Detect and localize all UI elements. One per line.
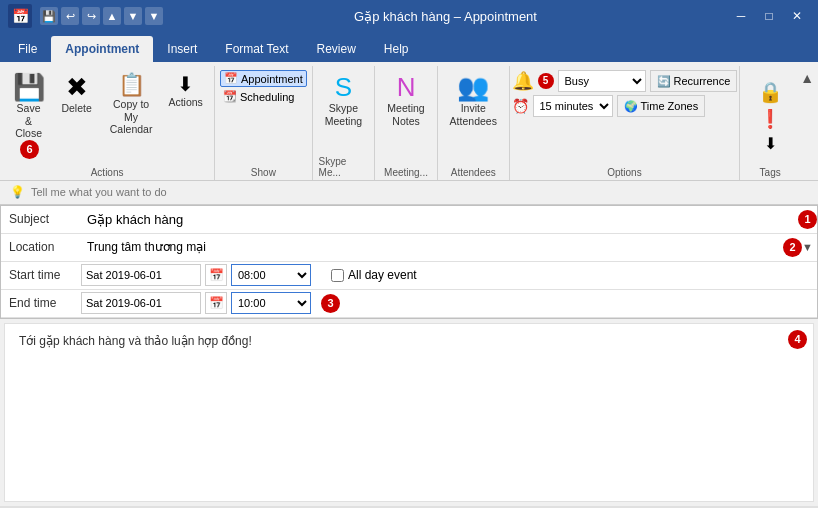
tab-format-text[interactable]: Format Text	[211, 36, 302, 62]
subject-input[interactable]	[81, 208, 796, 231]
tab-help[interactable]: Help	[370, 36, 423, 62]
recurrence-label: Recurrence	[674, 75, 731, 87]
skype-group-label: Skype Me...	[319, 154, 369, 180]
tags-group-label: Tags	[760, 165, 781, 180]
timezones-button[interactable]: 🌍 Time Zones	[617, 95, 706, 117]
undo-qa-button[interactable]: ↩	[61, 7, 79, 25]
timezones-label: Time Zones	[641, 100, 699, 112]
appointment-show-label: Appointment	[241, 73, 303, 85]
attendees-content: 👥 InviteAttendees	[442, 66, 505, 165]
end-time-select[interactable]: 10:00	[231, 292, 311, 314]
tab-file[interactable]: File	[4, 36, 51, 62]
options-row2: ⏰ 15 minutes None 5 minutes 10 minutes 3…	[512, 95, 706, 117]
subject-label: Subject	[1, 208, 81, 230]
ribbon-collapse[interactable]: ▲	[800, 66, 818, 180]
body-area[interactable]: Tới gặp khách hàng và thảo luận hợp đồng…	[4, 323, 814, 502]
window-controls: ─ □ ✕	[728, 6, 810, 26]
recurrence-button[interactable]: 🔄 Recurrence	[650, 70, 738, 92]
ribbon-group-attendees: 👥 InviteAttendees Attendees	[438, 66, 510, 180]
end-time-row: End time 📅 10:00 3	[1, 290, 817, 318]
app-icon: 📅	[8, 4, 32, 28]
invite-attendees-button[interactable]: 👥 InviteAttendees	[444, 70, 503, 131]
maximize-button[interactable]: □	[756, 6, 782, 26]
location-input[interactable]	[81, 236, 781, 258]
options-group-label: Options	[607, 165, 641, 180]
allday-checkbox[interactable]	[331, 269, 344, 282]
badge-5: 5	[538, 73, 554, 89]
meeting-content: N MeetingNotes	[379, 66, 432, 165]
scheduling-button[interactable]: 📆 Scheduling	[220, 89, 307, 104]
start-label: Start time	[1, 264, 81, 286]
actions-menu-button[interactable]: ⬇ Actions	[164, 70, 208, 113]
tags-content: 🔒 ❗ ⬇	[756, 66, 785, 165]
redo-qa-button[interactable]: ↪	[82, 7, 100, 25]
show-content: 📅 Appointment 📆 Scheduling	[218, 66, 309, 165]
meeting-notes-icon: N	[397, 74, 416, 100]
scheduling-label: Scheduling	[240, 91, 294, 103]
tab-review[interactable]: Review	[303, 36, 370, 62]
copy-icon: 📋	[118, 74, 145, 96]
save-qa-button[interactable]: 💾	[40, 7, 58, 25]
end-calendar-button[interactable]: 📅	[205, 292, 227, 314]
copy-to-calendar-button[interactable]: 📋 Copy to MyCalendar	[103, 70, 160, 140]
ribbon-group-meeting: N MeetingNotes Meeting...	[375, 66, 438, 180]
location-row: Location 2 ▼	[1, 234, 817, 262]
ribbon-group-options: 🔔 5 Busy Free Tentative Out of Office 🔄 …	[510, 66, 740, 180]
form-container: Subject 1 Location 2 ▼ Start time 📅 08:0…	[0, 205, 818, 319]
invite-attendees-icon: 👥	[457, 74, 489, 100]
options-content: 🔔 5 Busy Free Tentative Out of Office 🔄 …	[508, 66, 742, 165]
busy-select[interactable]: Busy Free Tentative Out of Office	[558, 70, 646, 92]
actions-content: 💾 Save &Close 6 ✖ Delete 📋 Copy to MyCal…	[5, 66, 210, 165]
end-time-field: 📅 10:00 3	[81, 292, 340, 314]
minimize-button[interactable]: ─	[728, 6, 754, 26]
recurrence-icon: 🔄	[657, 75, 671, 88]
location-label: Location	[1, 236, 81, 258]
meeting-group-label: Meeting...	[384, 165, 428, 180]
start-time-select[interactable]: 08:00	[231, 264, 311, 286]
actions-menu-icon: ⬇	[177, 74, 194, 94]
ribbon-group-show: 📅 Appointment 📆 Scheduling Show	[215, 66, 312, 180]
skype-icon: S	[335, 74, 352, 100]
location-dropdown-icon[interactable]: ▼	[802, 241, 813, 253]
reminder-icon2: ⏰	[512, 98, 529, 114]
exclaim-icon: ❗	[759, 108, 781, 130]
skype-meeting-button[interactable]: S SkypeMeeting	[319, 70, 368, 131]
allday-label: All day event	[348, 268, 417, 282]
quick-access-toolbar: 💾 ↩ ↪ ▲ ▼ ▼	[40, 7, 163, 25]
scheduling-icon: 📆	[223, 90, 237, 103]
timezone-icon: 🌍	[624, 100, 638, 113]
delete-icon: ✖	[66, 74, 88, 100]
window-title: Gặp khách hàng – Appointment	[171, 9, 720, 24]
close-button[interactable]: ✕	[784, 6, 810, 26]
tab-insert[interactable]: Insert	[153, 36, 211, 62]
actions-group-label: Actions	[91, 165, 124, 180]
meeting-notes-button[interactable]: N MeetingNotes	[381, 70, 430, 131]
start-calendar-button[interactable]: 📅	[205, 264, 227, 286]
ribbon-tabs: File Appointment Insert Format Text Revi…	[0, 32, 818, 62]
tell-me-input[interactable]	[31, 186, 808, 198]
start-time-row: Start time 📅 08:00 All day event	[1, 262, 817, 290]
save-close-button[interactable]: 💾 Save &Close 6	[7, 70, 51, 163]
appointment-show-button[interactable]: 📅 Appointment	[220, 70, 307, 87]
tell-me-icon: 💡	[10, 185, 25, 199]
lock-icon: 🔒	[758, 80, 783, 104]
start-time-field: 📅 08:00 All day event	[81, 264, 417, 286]
ribbon: 💾 Save &Close 6 ✖ Delete 📋 Copy to MyCal…	[0, 62, 818, 181]
badge-4-inline: 4	[788, 330, 807, 349]
save-close-icon: 💾	[13, 74, 45, 100]
reminder-select[interactable]: 15 minutes None 5 minutes 10 minutes 30 …	[533, 95, 613, 117]
down-qa-button[interactable]: ▼	[124, 7, 142, 25]
delete-button[interactable]: ✖ Delete	[55, 70, 99, 119]
ribbon-group-skype: S SkypeMeeting Skype Me...	[313, 66, 376, 180]
tab-appointment[interactable]: Appointment	[51, 36, 153, 62]
start-date-input[interactable]	[81, 264, 201, 286]
attendees-group-label: Attendees	[451, 165, 496, 180]
up-qa-button[interactable]: ▲	[103, 7, 121, 25]
tell-me-bar: 💡	[0, 181, 818, 205]
skype-content: S SkypeMeeting	[317, 66, 370, 154]
down-icon: ⬇	[764, 134, 777, 153]
body-text: Tới gặp khách hàng và thảo luận hợp đồng…	[19, 334, 252, 348]
ribbon-group-actions: 💾 Save &Close 6 ✖ Delete 📋 Copy to MyCal…	[0, 66, 215, 180]
end-date-input[interactable]	[81, 292, 201, 314]
more-qa-button[interactable]: ▼	[145, 7, 163, 25]
